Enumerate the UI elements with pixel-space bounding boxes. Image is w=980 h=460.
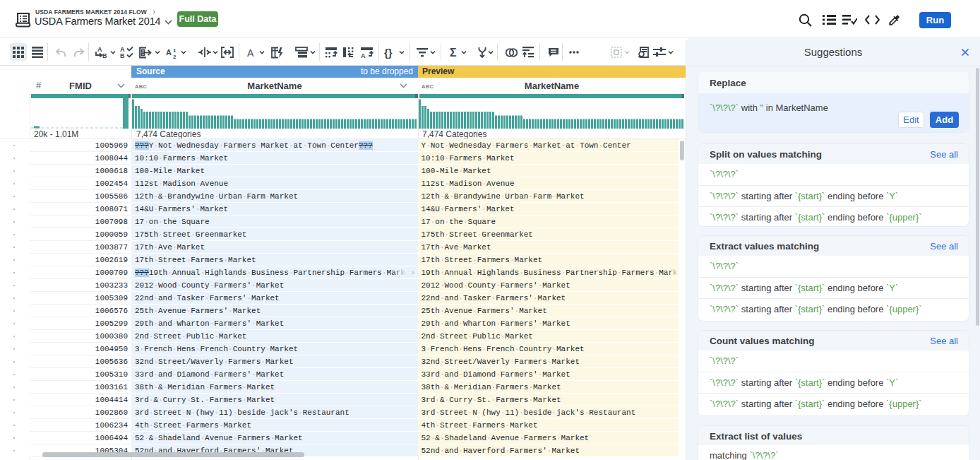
svg-text:A: A	[166, 48, 172, 57]
svg-text:{}: {}	[384, 47, 393, 59]
svg-text:1: 1	[173, 47, 177, 54]
svg-text:B: B	[120, 52, 125, 59]
svg-text:B: B	[102, 52, 107, 59]
svg-text:A: A	[247, 47, 254, 57]
svg-text:A: A	[361, 52, 366, 58]
svg-text:Σ: Σ	[450, 47, 457, 58]
svg-text:A: A	[97, 46, 102, 53]
svg-text:2: 2	[173, 54, 177, 59]
